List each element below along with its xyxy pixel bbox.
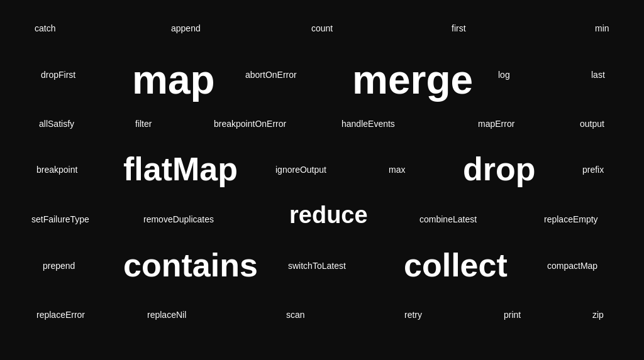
word-log: log: [498, 70, 510, 79]
word-max: max: [389, 165, 405, 174]
word-first: first: [452, 24, 466, 33]
word-ignoreOutput: ignoreOutput: [275, 165, 326, 174]
word-scan: scan: [286, 310, 305, 319]
word-switchToLatest: switchToLatest: [288, 261, 346, 270]
word-catch: catch: [35, 24, 55, 33]
word-map: map: [132, 60, 215, 100]
word-flatMap: flatMap: [123, 153, 238, 185]
word-zip: zip: [592, 310, 604, 319]
word-retry: retry: [404, 310, 422, 319]
word-collect: collect: [404, 249, 508, 281]
word-replaceNil: replaceNil: [147, 310, 186, 319]
word-replaceEmpty: replaceEmpty: [544, 215, 598, 224]
word-replaceError: replaceError: [36, 310, 85, 319]
word-last: last: [591, 70, 605, 79]
word-removeDuplicates: removeDuplicates: [143, 215, 214, 224]
word-append: append: [171, 24, 201, 33]
word-setFailureType: setFailureType: [31, 215, 89, 224]
word-filter: filter: [135, 119, 152, 128]
word-mapError: mapError: [478, 119, 514, 128]
word-allSatisfy: allSatisfy: [39, 119, 74, 128]
word-combineLatest: combineLatest: [419, 215, 477, 224]
word-contains: contains: [123, 249, 258, 281]
word-cloud: catchappendcountfirstmindropFirstmapabor…: [0, 0, 644, 360]
word-dropFirst: dropFirst: [41, 70, 75, 79]
word-prefix: prefix: [582, 165, 604, 174]
word-abortOnError: abortOnError: [245, 70, 297, 79]
word-merge: merge: [352, 60, 473, 100]
word-output: output: [580, 119, 604, 128]
word-reduce: reduce: [289, 203, 368, 227]
word-handleEvents: handleEvents: [341, 119, 395, 128]
word-print: print: [504, 310, 521, 319]
word-breakpoint: breakpoint: [36, 165, 77, 174]
word-min: min: [595, 24, 609, 33]
word-breakpointOnError: breakpointOnError: [214, 119, 286, 128]
word-compactMap: compactMap: [547, 261, 597, 270]
word-drop: drop: [463, 153, 536, 185]
word-prepend: prepend: [43, 261, 75, 270]
word-count: count: [311, 24, 333, 33]
